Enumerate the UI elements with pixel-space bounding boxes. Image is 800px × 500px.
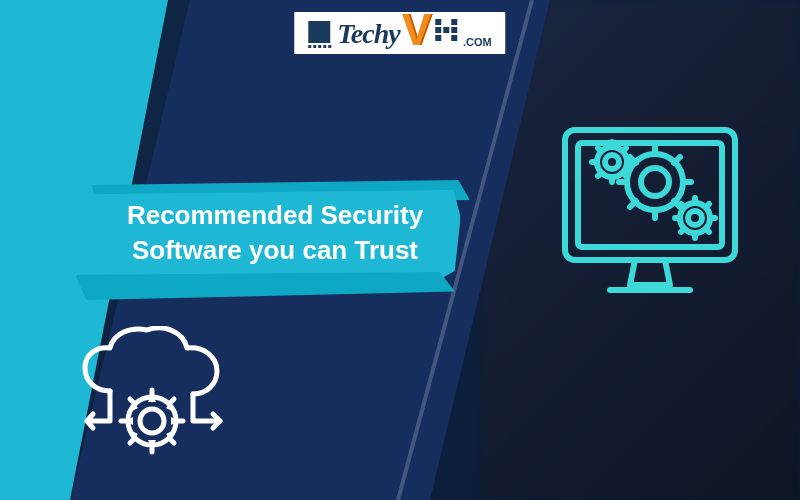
svg-point-13 bbox=[641, 168, 669, 196]
svg-point-23 bbox=[605, 155, 619, 169]
logo-text-suffix: .COM bbox=[463, 36, 492, 48]
svg-line-21 bbox=[674, 157, 680, 163]
svg-line-30 bbox=[623, 173, 626, 176]
svg-line-32 bbox=[598, 173, 601, 176]
svg-line-40 bbox=[706, 229, 709, 232]
svg-point-33 bbox=[688, 211, 702, 225]
cloud-gear-icon bbox=[75, 326, 255, 480]
logo-blocks-icon bbox=[308, 21, 331, 48]
svg-line-8 bbox=[169, 399, 174, 404]
svg-line-9 bbox=[130, 438, 135, 443]
logo-text-prefix: Techy bbox=[337, 18, 399, 50]
svg-line-42 bbox=[681, 229, 684, 232]
svg-line-7 bbox=[169, 438, 174, 443]
banner-background: Techy V .COM Recommended Security Softwa… bbox=[0, 0, 800, 500]
logo-grid-icon bbox=[435, 19, 457, 41]
svg-line-31 bbox=[623, 148, 626, 151]
title-line-1: Recommended Security bbox=[95, 198, 455, 233]
title-line-2: Software you can Trust bbox=[95, 233, 455, 268]
monitor-gears-icon bbox=[550, 110, 750, 314]
svg-line-41 bbox=[706, 204, 709, 207]
svg-point-0 bbox=[140, 409, 164, 433]
svg-line-29 bbox=[598, 148, 601, 151]
page-title: Recommended Security Software you can Tr… bbox=[95, 198, 455, 268]
site-logo: Techy V .COM bbox=[294, 12, 505, 54]
svg-line-39 bbox=[681, 204, 684, 207]
svg-line-6 bbox=[130, 399, 135, 404]
svg-line-22 bbox=[630, 201, 636, 207]
logo-text-v: V bbox=[402, 17, 431, 43]
